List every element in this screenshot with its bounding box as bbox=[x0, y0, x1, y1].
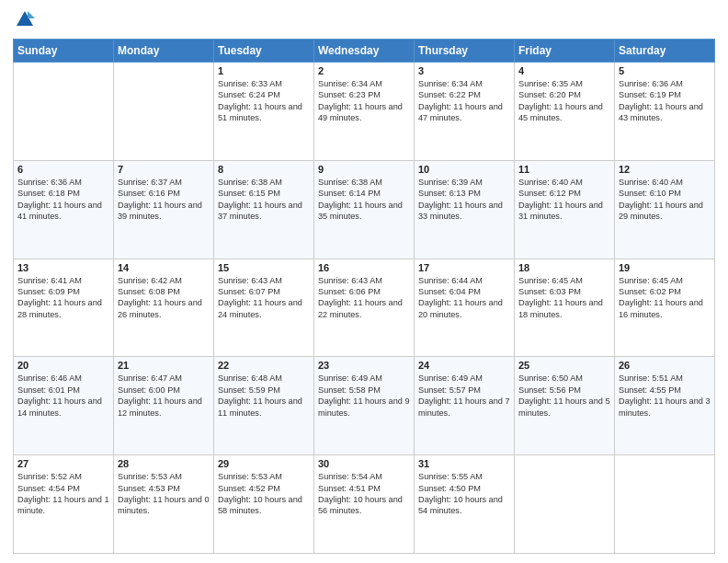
day-number: 15 bbox=[218, 262, 310, 273]
day-number: 8 bbox=[218, 164, 310, 175]
calendar-cell: 31Sunrise: 5:55 AM Sunset: 4:50 PM Dayli… bbox=[415, 455, 515, 554]
calendar-cell: 11Sunrise: 6:40 AM Sunset: 6:12 PM Dayli… bbox=[515, 160, 615, 259]
calendar-cell: 9Sunrise: 6:38 AM Sunset: 6:14 PM Daylig… bbox=[314, 160, 415, 259]
day-detail: Sunrise: 6:42 AM Sunset: 6:08 PM Dayligh… bbox=[118, 275, 210, 321]
day-number: 21 bbox=[118, 360, 210, 371]
calendar-header-row: SundayMondayTuesdayWednesdayThursdayFrid… bbox=[14, 40, 715, 63]
day-number: 11 bbox=[518, 164, 610, 175]
calendar-cell: 29Sunrise: 5:53 AM Sunset: 4:52 PM Dayli… bbox=[214, 455, 314, 554]
calendar-cell: 25Sunrise: 6:50 AM Sunset: 5:56 PM Dayli… bbox=[515, 357, 615, 455]
day-number: 27 bbox=[17, 458, 109, 469]
day-detail: Sunrise: 6:34 AM Sunset: 6:23 PM Dayligh… bbox=[318, 78, 410, 124]
day-detail: Sunrise: 6:40 AM Sunset: 6:10 PM Dayligh… bbox=[619, 177, 711, 223]
calendar-cell: 23Sunrise: 6:49 AM Sunset: 5:58 PM Dayli… bbox=[314, 357, 415, 455]
day-detail: Sunrise: 6:37 AM Sunset: 6:16 PM Dayligh… bbox=[118, 177, 210, 223]
day-header-monday: Monday bbox=[114, 40, 214, 63]
calendar-cell: 2Sunrise: 6:34 AM Sunset: 6:23 PM Daylig… bbox=[314, 63, 415, 161]
calendar-cell: 27Sunrise: 5:52 AM Sunset: 4:54 PM Dayli… bbox=[14, 455, 114, 554]
day-number: 2 bbox=[318, 65, 410, 76]
day-detail: Sunrise: 6:43 AM Sunset: 6:06 PM Dayligh… bbox=[318, 275, 410, 321]
calendar-cell: 13Sunrise: 6:41 AM Sunset: 6:09 PM Dayli… bbox=[14, 259, 114, 357]
day-detail: Sunrise: 5:53 AM Sunset: 4:52 PM Dayligh… bbox=[218, 471, 310, 517]
day-number: 19 bbox=[619, 262, 711, 273]
logo-icon bbox=[15, 9, 35, 29]
calendar-week-row: 27Sunrise: 5:52 AM Sunset: 4:54 PM Dayli… bbox=[14, 455, 715, 554]
day-header-saturday: Saturday bbox=[615, 40, 715, 63]
day-number: 5 bbox=[619, 65, 711, 76]
day-number: 29 bbox=[218, 458, 310, 469]
calendar-cell: 6Sunrise: 6:36 AM Sunset: 6:18 PM Daylig… bbox=[14, 160, 114, 259]
day-number: 30 bbox=[318, 458, 410, 469]
day-detail: Sunrise: 5:54 AM Sunset: 4:51 PM Dayligh… bbox=[318, 471, 410, 517]
day-number: 3 bbox=[418, 65, 510, 76]
calendar-cell bbox=[515, 455, 615, 554]
calendar-cell: 21Sunrise: 6:47 AM Sunset: 6:00 PM Dayli… bbox=[114, 357, 214, 455]
header bbox=[13, 9, 715, 33]
day-number: 26 bbox=[619, 360, 711, 371]
day-number: 6 bbox=[17, 164, 109, 175]
day-detail: Sunrise: 6:49 AM Sunset: 5:58 PM Dayligh… bbox=[318, 373, 410, 419]
calendar-cell: 20Sunrise: 6:46 AM Sunset: 6:01 PM Dayli… bbox=[14, 357, 114, 455]
calendar-cell: 12Sunrise: 6:40 AM Sunset: 6:10 PM Dayli… bbox=[615, 160, 715, 259]
calendar-week-row: 20Sunrise: 6:46 AM Sunset: 6:01 PM Dayli… bbox=[14, 357, 715, 455]
calendar-week-row: 6Sunrise: 6:36 AM Sunset: 6:18 PM Daylig… bbox=[14, 160, 715, 259]
day-detail: Sunrise: 6:38 AM Sunset: 6:14 PM Dayligh… bbox=[318, 177, 410, 223]
day-detail: Sunrise: 6:43 AM Sunset: 6:07 PM Dayligh… bbox=[218, 275, 310, 321]
calendar-cell: 17Sunrise: 6:44 AM Sunset: 6:04 PM Dayli… bbox=[415, 259, 515, 357]
day-header-wednesday: Wednesday bbox=[314, 40, 415, 63]
day-detail: Sunrise: 6:34 AM Sunset: 6:22 PM Dayligh… bbox=[418, 78, 510, 124]
day-number: 10 bbox=[418, 164, 510, 175]
calendar-cell bbox=[14, 63, 114, 161]
day-detail: Sunrise: 6:39 AM Sunset: 6:13 PM Dayligh… bbox=[418, 177, 510, 223]
day-number: 23 bbox=[318, 360, 410, 371]
calendar-week-row: 13Sunrise: 6:41 AM Sunset: 6:09 PM Dayli… bbox=[14, 259, 715, 357]
calendar-cell bbox=[114, 63, 214, 161]
day-detail: Sunrise: 6:33 AM Sunset: 6:24 PM Dayligh… bbox=[218, 78, 310, 124]
day-number: 9 bbox=[318, 164, 410, 175]
day-detail: Sunrise: 6:38 AM Sunset: 6:15 PM Dayligh… bbox=[218, 177, 310, 223]
page: SundayMondayTuesdayWednesdayThursdayFrid… bbox=[0, 0, 728, 563]
day-detail: Sunrise: 5:52 AM Sunset: 4:54 PM Dayligh… bbox=[17, 471, 109, 517]
day-number: 1 bbox=[218, 65, 310, 76]
calendar-table: SundayMondayTuesdayWednesdayThursdayFrid… bbox=[13, 39, 715, 554]
calendar-cell: 28Sunrise: 5:53 AM Sunset: 4:53 PM Dayli… bbox=[114, 455, 214, 554]
day-detail: Sunrise: 5:51 AM Sunset: 4:55 PM Dayligh… bbox=[619, 373, 711, 419]
calendar-cell: 1Sunrise: 6:33 AM Sunset: 6:24 PM Daylig… bbox=[214, 63, 314, 161]
day-number: 7 bbox=[118, 164, 210, 175]
calendar-week-row: 1Sunrise: 6:33 AM Sunset: 6:24 PM Daylig… bbox=[14, 63, 715, 161]
day-header-tuesday: Tuesday bbox=[214, 40, 314, 63]
day-number: 17 bbox=[418, 262, 510, 273]
day-number: 28 bbox=[118, 458, 210, 469]
day-detail: Sunrise: 6:35 AM Sunset: 6:20 PM Dayligh… bbox=[518, 78, 610, 124]
day-detail: Sunrise: 6:36 AM Sunset: 6:19 PM Dayligh… bbox=[619, 78, 711, 124]
day-detail: Sunrise: 6:45 AM Sunset: 6:02 PM Dayligh… bbox=[619, 275, 711, 321]
day-number: 13 bbox=[17, 262, 109, 273]
calendar-cell: 30Sunrise: 5:54 AM Sunset: 4:51 PM Dayli… bbox=[314, 455, 415, 554]
calendar-cell: 22Sunrise: 6:48 AM Sunset: 5:59 PM Dayli… bbox=[214, 357, 314, 455]
calendar-cell: 3Sunrise: 6:34 AM Sunset: 6:22 PM Daylig… bbox=[415, 63, 515, 161]
calendar-cell: 8Sunrise: 6:38 AM Sunset: 6:15 PM Daylig… bbox=[214, 160, 314, 259]
day-number: 18 bbox=[518, 262, 610, 273]
calendar-cell: 10Sunrise: 6:39 AM Sunset: 6:13 PM Dayli… bbox=[415, 160, 515, 259]
day-number: 16 bbox=[318, 262, 410, 273]
day-detail: Sunrise: 6:41 AM Sunset: 6:09 PM Dayligh… bbox=[17, 275, 109, 321]
day-number: 31 bbox=[418, 458, 510, 469]
day-number: 4 bbox=[518, 65, 610, 76]
day-detail: Sunrise: 6:50 AM Sunset: 5:56 PM Dayligh… bbox=[518, 373, 610, 419]
calendar-cell: 7Sunrise: 6:37 AM Sunset: 6:16 PM Daylig… bbox=[114, 160, 214, 259]
calendar-cell: 14Sunrise: 6:42 AM Sunset: 6:08 PM Dayli… bbox=[114, 259, 214, 357]
svg-marker-1 bbox=[28, 11, 35, 18]
calendar-cell: 15Sunrise: 6:43 AM Sunset: 6:07 PM Dayli… bbox=[214, 259, 314, 357]
day-number: 24 bbox=[418, 360, 510, 371]
day-number: 14 bbox=[118, 262, 210, 273]
day-number: 20 bbox=[17, 360, 109, 371]
logo bbox=[13, 9, 35, 33]
day-number: 12 bbox=[619, 164, 711, 175]
day-detail: Sunrise: 6:49 AM Sunset: 5:57 PM Dayligh… bbox=[418, 373, 510, 419]
day-detail: Sunrise: 5:53 AM Sunset: 4:53 PM Dayligh… bbox=[118, 471, 210, 517]
calendar-cell: 4Sunrise: 6:35 AM Sunset: 6:20 PM Daylig… bbox=[515, 63, 615, 161]
day-detail: Sunrise: 6:40 AM Sunset: 6:12 PM Dayligh… bbox=[518, 177, 610, 223]
day-detail: Sunrise: 6:44 AM Sunset: 6:04 PM Dayligh… bbox=[418, 275, 510, 321]
day-detail: Sunrise: 6:46 AM Sunset: 6:01 PM Dayligh… bbox=[17, 373, 109, 419]
day-detail: Sunrise: 6:45 AM Sunset: 6:03 PM Dayligh… bbox=[518, 275, 610, 321]
